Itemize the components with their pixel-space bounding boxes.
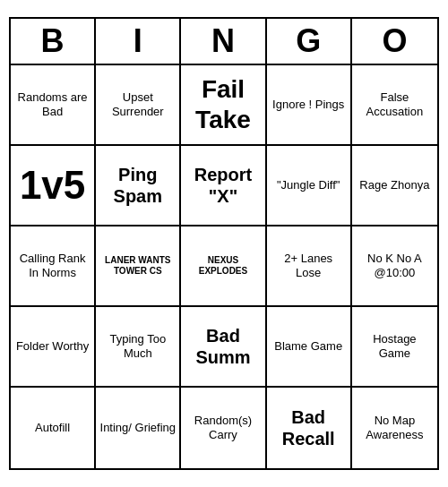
bingo-cell: No Map Awareness: [352, 388, 437, 468]
bingo-cell: Upset Surrender: [96, 65, 181, 146]
bingo-cell: Autofill: [11, 388, 96, 468]
bingo-cell: Ignore ! Pings: [267, 65, 352, 146]
bingo-letter: O: [352, 19, 437, 64]
bingo-cell: Typing Too Much: [96, 307, 181, 388]
bingo-cell: 2+ Lanes Lose: [267, 226, 352, 307]
bingo-cell: Blame Game: [267, 307, 352, 388]
bingo-cell: Calling Rank In Norms: [11, 226, 96, 307]
bingo-cell: Report "X": [181, 146, 266, 226]
bingo-cell: Folder Worthy: [11, 307, 96, 388]
bingo-grid: Randoms are BadUpset SurrenderFail TakeI…: [11, 65, 437, 468]
bingo-header: BINGO: [11, 19, 437, 65]
bingo-cell: NEXUS EXPLODES: [181, 226, 266, 307]
bingo-cell: Bad Summ: [181, 307, 266, 388]
bingo-cell: Rage Zhonya: [352, 146, 437, 226]
bingo-cell: Bad Recall: [267, 388, 352, 468]
bingo-cell: Hostage Game: [352, 307, 437, 388]
bingo-letter: B: [11, 19, 96, 64]
bingo-cell: "Jungle Diff": [267, 146, 352, 226]
bingo-card: BINGO Randoms are BadUpset SurrenderFail…: [9, 17, 439, 470]
bingo-letter: G: [267, 19, 352, 64]
bingo-cell: Ping Spam: [96, 146, 181, 226]
bingo-cell: Random(s) Carry: [181, 388, 266, 468]
bingo-cell: No K No A @10:00: [352, 226, 437, 307]
bingo-letter: I: [96, 19, 181, 64]
bingo-cell: Randoms are Bad: [11, 65, 96, 146]
bingo-cell: 1v5: [11, 146, 96, 226]
bingo-cell: False Accusation: [352, 65, 437, 146]
bingo-cell: Laner Wants Tower CS: [96, 226, 181, 307]
bingo-cell: Inting/ Griefing: [96, 388, 181, 468]
bingo-letter: N: [181, 19, 266, 64]
bingo-cell: Fail Take: [181, 65, 266, 146]
